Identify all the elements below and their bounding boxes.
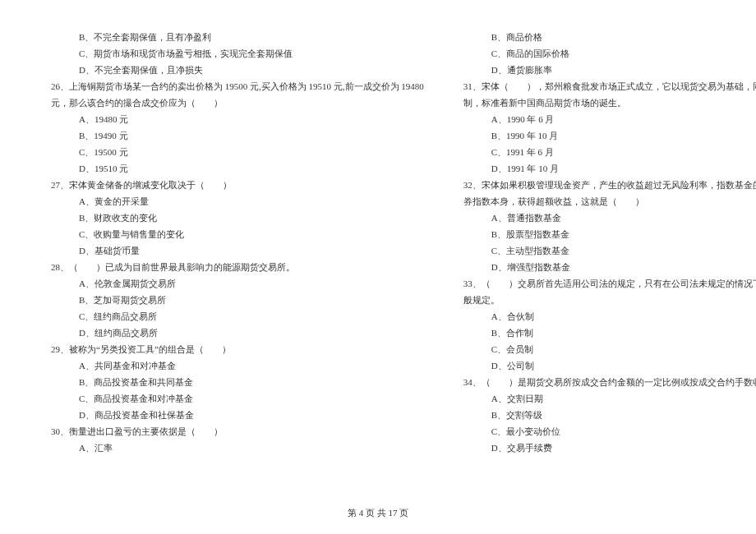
right_column-line-25: D、交易手续费 [463, 440, 756, 456]
left_column-line-21: B、商品投资基金和共同基金 [51, 374, 424, 390]
left_column-line-18: D、纽约商品交易所 [51, 325, 424, 341]
right_column-line-18: B、合作制 [463, 325, 756, 341]
right_column-line-4: 制，标准着新中国商品期货市场的诞生。 [463, 94, 756, 111]
left_column-line-7: C、19500 元 [51, 144, 424, 160]
right_column-line-15: 33、（ ）交易所首先适用公司法的规定，只有在公司法未规定的情况下，才适用民法的… [463, 275, 756, 292]
left_column-line-22: C、商品投资基金和对冲基金 [51, 390, 424, 407]
right_column-line-20: D、公司制 [463, 357, 756, 374]
right_column-line-6: B、1990 年 10 月 [463, 127, 756, 144]
right-column: B、商品价格C、商品的国际价格D、通货膨胀率31、宋体（ ），郑州粮食批发市场正… [444, 29, 756, 456]
left_column-line-0: B、不完全套期保值，且有净盈利 [51, 29, 424, 45]
left_column-line-25: A、汇率 [51, 440, 424, 456]
left_column-line-11: B、财政收支的变化 [51, 209, 424, 226]
right_column-line-1: C、商品的国际价格 [463, 45, 756, 62]
left_column-line-5: A、19480 元 [51, 111, 424, 127]
right_column-line-12: B、股票型指数基金 [463, 226, 756, 242]
left_column-line-10: A、黄金的开采量 [51, 193, 424, 209]
right_column-line-3: 31、宋体（ ），郑州粮食批发市场正式成立，它以现货交易为基础，同时引入期货交易… [463, 78, 756, 94]
left_column-line-4: 元，那么该合约的撮合成交价应为（ ） [51, 94, 424, 111]
left_column-line-15: A、伦敦金属期货交易所 [51, 275, 424, 292]
right_column-line-10: 券指数本身，获得超额收益，这就是（ ） [463, 193, 756, 209]
right_column-line-5: A、1990 年 6 月 [463, 111, 756, 127]
left_column-line-16: B、芝加哥期货交易所 [51, 292, 424, 308]
left_column-line-1: C、期货市场和现货市场盈亏相抵，实现完全套期保值 [51, 45, 424, 62]
right_column-line-0: B、商品价格 [463, 29, 756, 45]
right_column-line-22: A、交割日期 [463, 390, 756, 407]
right_column-line-8: D、1991 年 10 月 [463, 160, 756, 177]
right_column-line-19: C、会员制 [463, 341, 756, 357]
left_column-line-19: 29、被称为“另类投资工具”的组合是（ ） [51, 341, 424, 357]
content-wrapper: B、不完全套期保值，且有净盈利C、期货市场和现货市场盈亏相抵，实现完全套期保值D… [0, 29, 756, 456]
left_column-line-20: A、共同基金和对冲基金 [51, 357, 424, 374]
left_column-line-24: 30、衡量进出口盈亏的主要依据是（ ） [51, 423, 424, 440]
right_column-line-14: D、增强型指数基金 [463, 259, 756, 275]
left-column: B、不完全套期保值，且有净盈利C、期货市场和现货市场盈亏相抵，实现完全套期保值D… [41, 29, 444, 456]
right_column-line-23: B、交割等级 [463, 407, 756, 423]
left_column-line-17: C、纽约商品交易所 [51, 308, 424, 325]
right_column-line-11: A、普通指数基金 [463, 209, 756, 226]
left_column-line-13: D、基础货币量 [51, 242, 424, 259]
left_column-line-14: 28、（ ）已成为目前世界最具影响力的能源期货交易所。 [51, 259, 424, 275]
right_column-line-7: C、1991 年 6 月 [463, 144, 756, 160]
right_column-line-13: C、主动型指数基金 [463, 242, 756, 259]
right_column-line-9: 32、宋体如果积极管理现金资产，产生的收益超过无风险利率，指数基金的收益就将会超… [463, 177, 756, 193]
left_column-line-2: D、不完全套期保值，且净损失 [51, 62, 424, 78]
right_column-line-16: 般规定。 [463, 292, 756, 308]
right_column-line-24: C、最小变动价位 [463, 423, 756, 440]
right_column-line-17: A、合伙制 [463, 308, 756, 325]
right_column-line-2: D、通货膨胀率 [463, 62, 756, 78]
left_column-line-6: B、19490 元 [51, 127, 424, 144]
left_column-line-3: 26、上海铜期货市场某一合约的卖出价格为 19500 元,买入价格为 19510… [51, 78, 424, 94]
left_column-line-23: D、商品投资基金和社保基金 [51, 407, 424, 423]
left_column-line-9: 27、宋体黄金储备的增减变化取决于（ ） [51, 177, 424, 193]
left_column-line-8: D、19510 元 [51, 160, 424, 177]
right_column-line-21: 34、（ ）是期货交易所按成交合约金额的一定比例或按成交合约手数收取的费用。 [463, 374, 756, 390]
left_column-line-12: C、收购量与销售量的变化 [51, 226, 424, 242]
page-footer: 第 4 页 共 17 页 [0, 507, 756, 519]
